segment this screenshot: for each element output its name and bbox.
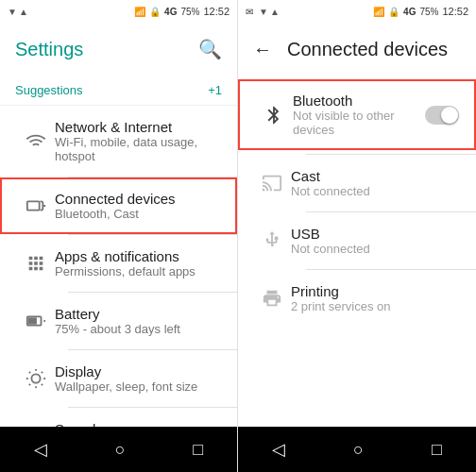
- right-nav-bar: ◁ ○ □: [238, 427, 476, 472]
- suggestions-label: Suggestions: [15, 83, 208, 97]
- connected-devices-subtitle: Bluetooth, Cast: [55, 207, 220, 221]
- usb-subtitle: Not connected: [291, 242, 461, 256]
- sidebar-item-network[interactable]: Network & Internet Wi-Fi, mobile, data u…: [0, 106, 237, 177]
- usb-icon: [253, 230, 291, 251]
- right-time: 12:52: [442, 6, 468, 17]
- suggestions-header[interactable]: Suggestions +1: [0, 76, 237, 106]
- left-status-icons: ▼ ▲: [8, 7, 130, 17]
- print-icon: [253, 288, 291, 309]
- device-item-cast[interactable]: Cast Not connected: [238, 155, 476, 211]
- display-subtitle: Wallpaper, sleep, font size: [55, 379, 220, 394]
- sidebar-item-sound[interactable]: Sound Volume, vibration, Do Not Disturb: [0, 408, 237, 427]
- sidebar-item-apps[interactable]: Apps & notifications Permissions, defaul…: [0, 235, 237, 292]
- left-time: 12:52: [203, 6, 230, 17]
- connected-devices-page-title: Connected devices: [287, 39, 448, 60]
- apps-subtitle: Permissions, default apps: [55, 264, 220, 278]
- battery-title: Battery: [55, 306, 220, 322]
- usb-title: USB: [291, 226, 461, 242]
- printing-text: Printing 2 print services on: [291, 283, 461, 313]
- cast-subtitle: Not connected: [291, 184, 461, 198]
- apps-title: Apps & notifications: [55, 248, 220, 264]
- right-email-icon: ✉: [246, 7, 253, 17]
- right-recents-nav-btn[interactable]: □: [416, 432, 457, 467]
- connected-devices-text: Connected devices Bluetooth, Cast: [55, 191, 220, 221]
- cast-icon: [253, 173, 291, 194]
- right-4g-icon: 4G: [403, 7, 416, 17]
- sidebar-item-display[interactable]: Display Wallpaper, sleep, font size: [0, 350, 237, 407]
- back-nav-btn[interactable]: ◁: [19, 431, 62, 467]
- cast-title: Cast: [291, 168, 461, 184]
- display-text: Display Wallpaper, sleep, font size: [55, 363, 220, 394]
- settings-list: Suggestions +1 Network & Internet Wi-Fi,…: [0, 76, 237, 427]
- recents-nav-btn[interactable]: □: [178, 432, 218, 467]
- bluetooth-toggle[interactable]: [425, 106, 459, 125]
- left-toolbar: Settings 🔍: [0, 23, 237, 76]
- wifi-icon: [17, 131, 55, 152]
- right-home-nav-btn[interactable]: ○: [338, 432, 379, 467]
- right-back-nav-btn[interactable]: ◁: [257, 431, 300, 467]
- bluetooth-text: Bluetooth Not visible to other devices: [293, 93, 425, 137]
- home-nav-btn[interactable]: ○: [100, 432, 141, 467]
- svg-rect-0: [27, 201, 40, 210]
- usb-text: USB Not connected: [291, 226, 461, 256]
- suggestions-count: +1: [208, 83, 222, 97]
- left-4g-icon: 4G: [164, 7, 177, 17]
- svg-point-3: [31, 374, 40, 382]
- right-panel: ✉ ▼ ▲ 📶 🔒 4G 75% 12:52 ← Connected devic…: [238, 0, 476, 472]
- apps-text: Apps & notifications Permissions, defaul…: [55, 248, 220, 278]
- connected-devices-icon: [17, 195, 55, 216]
- battery-subtitle: 75% - about 3 days left: [55, 322, 220, 336]
- battery-text: Battery 75% - about 3 days left: [55, 306, 220, 336]
- bluetooth-title: Bluetooth: [293, 93, 425, 109]
- network-subtitle: Wi-Fi, mobile, data usage, hotspot: [55, 135, 220, 163]
- sidebar-item-connected-devices[interactable]: Connected devices Bluetooth, Cast: [0, 177, 237, 234]
- display-icon: [17, 368, 55, 389]
- printing-subtitle: 2 print services on: [291, 299, 461, 313]
- left-status-bar: ▼ ▲ 📶 🔒 4G 75% 12:52: [0, 0, 237, 23]
- right-signal-icon: 📶: [373, 7, 384, 17]
- display-title: Display: [55, 363, 220, 379]
- left-battery-label: 75%: [180, 7, 199, 17]
- left-signal-icon: 📶: [134, 7, 145, 17]
- network-title: Network & Internet: [55, 119, 220, 135]
- right-toolbar: ← Connected devices: [238, 23, 476, 76]
- bluetooth-icon: [255, 105, 293, 126]
- svg-rect-2: [28, 317, 37, 324]
- bluetooth-subtitle: Not visible to other devices: [293, 109, 425, 137]
- back-button[interactable]: ←: [253, 39, 272, 60]
- device-list: Bluetooth Not visible to other devices C…: [238, 76, 476, 427]
- network-text: Network & Internet Wi-Fi, mobile, data u…: [55, 119, 220, 163]
- connected-devices-title: Connected devices: [55, 191, 220, 207]
- battery-icon: [17, 311, 55, 331]
- device-item-bluetooth[interactable]: Bluetooth Not visible to other devices: [238, 79, 476, 150]
- search-icon[interactable]: 🔍: [198, 38, 222, 60]
- right-status-icons: ▼ ▲: [259, 7, 369, 17]
- cast-text: Cast Not connected: [291, 168, 461, 198]
- printing-title: Printing: [291, 283, 461, 299]
- device-item-usb[interactable]: USB Not connected: [238, 212, 476, 269]
- left-panel: ▼ ▲ 📶 🔒 4G 75% 12:52 Settings 🔍 Suggesti…: [0, 0, 238, 472]
- left-nav-bar: ◁ ○ □: [0, 427, 237, 472]
- device-item-printing[interactable]: Printing 2 print services on: [238, 270, 476, 327]
- left-wifi-icon: 🔒: [149, 7, 161, 17]
- right-battery-label: 75%: [419, 7, 438, 17]
- right-wifi-icon: 🔒: [388, 7, 400, 17]
- settings-title: Settings: [15, 39, 198, 60]
- sidebar-item-battery[interactable]: Battery 75% - about 3 days left: [0, 293, 237, 349]
- right-status-bar: ✉ ▼ ▲ 📶 🔒 4G 75% 12:52: [238, 0, 476, 23]
- apps-icon: [17, 253, 55, 274]
